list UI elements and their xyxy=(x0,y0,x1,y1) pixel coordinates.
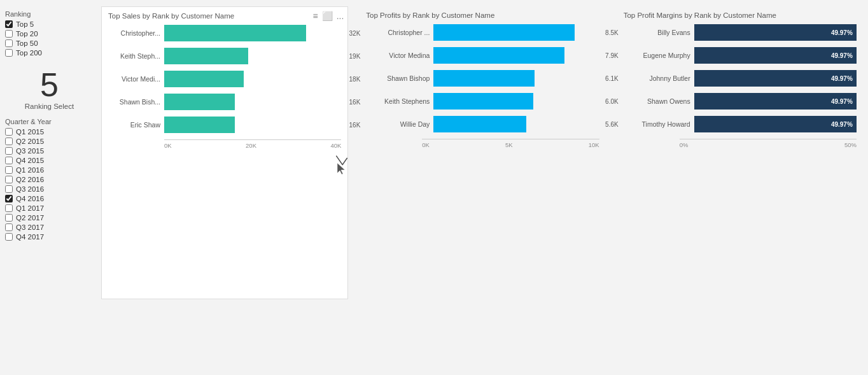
table-row: Timothy Howard49.97% xyxy=(624,116,857,132)
bar-label: Keith Stephens xyxy=(366,97,430,105)
bar-value: 16K xyxy=(349,122,361,129)
quarter-year-filter-label: Q3 2015 xyxy=(16,147,44,155)
quarter-year-filter-item[interactable]: Q2 2016 xyxy=(5,176,94,183)
profits-bar-chart: Christopher ...8.5KVictor Medina7.9KShaw… xyxy=(366,24,599,132)
table-row: Christopher ...8.5K xyxy=(366,24,599,41)
quarter-year-filter-label: Q4 2015 xyxy=(16,157,44,164)
left-panel: Ranking Top 5Top 20Top 50Top 200 5 Ranki… xyxy=(0,0,99,375)
table-row: Billy Evans49.97% xyxy=(624,24,857,41)
quarter-year-filter-item[interactable]: Q3 2015 xyxy=(5,147,94,155)
quarter-year-filter-item[interactable]: Q4 2017 xyxy=(5,233,94,241)
sales-axis-ticks: 0K20K40K xyxy=(164,139,341,149)
quarter-year-filter-item[interactable]: Q2 2015 xyxy=(5,138,94,145)
quarter-year-filter-label: Q4 2017 xyxy=(16,233,44,241)
ranking-select-label: Ranking Select xyxy=(5,103,94,110)
quarter-year-filter-label: Q3 2016 xyxy=(16,185,44,193)
ranking-filter-item[interactable]: Top 200 xyxy=(5,49,94,57)
axis-tick: 10K xyxy=(589,141,599,148)
ranking-filter-item[interactable]: Top 20 xyxy=(5,30,94,38)
table-row: Keith Stephens6.0K xyxy=(366,93,599,110)
quarter-year-filter-label: Q3 2017 xyxy=(16,223,44,231)
quarter-year-filter-item[interactable]: Q3 2017 xyxy=(5,223,94,231)
margins-chart-container: Top Profit Margins by Rank by Customer N… xyxy=(617,6,863,299)
more-icon[interactable]: ... xyxy=(337,11,344,21)
profits-chart-axis: 0K5K10K xyxy=(422,139,599,148)
table-row: Eric Shaw16K xyxy=(108,117,341,133)
quarter-year-title: Quarter & Year xyxy=(5,118,94,125)
margins-bar-chart: Billy Evans49.97%Eugene Murphy49.97%John… xyxy=(624,24,857,132)
bar-label: Victor Medina xyxy=(366,52,430,59)
margins-chart-axis: 0%50% xyxy=(680,139,857,148)
quarter-year-filter-item[interactable]: Q4 2016 xyxy=(5,195,94,202)
bar-label: Christopher... xyxy=(108,29,160,37)
quarter-year-filter-label: Q1 2017 xyxy=(16,204,44,212)
quarter-year-filter-item[interactable]: Q1 2016 xyxy=(5,166,94,174)
ranking-filter-label: Top 200 xyxy=(16,49,42,57)
axis-tick: 0% xyxy=(680,141,689,148)
bar-label: Willie Day xyxy=(366,120,430,128)
quarter-year-filter-item[interactable]: Q1 2017 xyxy=(5,204,94,212)
ranking-filter-label: Top 5 xyxy=(16,20,34,28)
ranking-filter-label: Top 20 xyxy=(16,30,38,38)
bar-value: 49.97% xyxy=(831,98,853,105)
axis-tick: 20K xyxy=(246,142,256,149)
axis-tick: 0K xyxy=(422,141,430,148)
expand-icon[interactable]: ⬜ xyxy=(322,11,333,21)
bar-value: 49.97% xyxy=(831,121,853,128)
bar-value: 18K xyxy=(349,76,361,83)
bar-value: 16K xyxy=(349,99,361,106)
bar-label: Victor Medi... xyxy=(108,75,160,83)
bar-value: 5.6K xyxy=(605,121,619,128)
bar-value: 49.97% xyxy=(831,52,853,59)
margins-chart-title: Top Profit Margins by Rank by Customer N… xyxy=(624,11,857,19)
ranking-filter-title: Ranking xyxy=(5,10,94,18)
ranking-filter-item[interactable]: Top 50 xyxy=(5,39,94,47)
bar-value: 19K xyxy=(349,53,361,60)
bar-value: 8.5K xyxy=(605,29,619,36)
quarter-year-filter-item[interactable]: Q1 2015 xyxy=(5,128,94,136)
axis-tick: 40K xyxy=(330,142,341,149)
bar-value: 32K xyxy=(349,30,361,37)
bar-label: Johnny Butler xyxy=(624,74,690,82)
axis-tick: 50% xyxy=(844,141,857,148)
bar-label: Shawn Bishop xyxy=(366,74,430,82)
table-row: Christopher...32K xyxy=(108,25,341,41)
quarter-year-filter-item[interactable]: Q3 2016 xyxy=(5,185,94,193)
quarter-year-filter-item[interactable]: Q4 2015 xyxy=(5,157,94,164)
quarter-year-filter-label: Q2 2017 xyxy=(16,214,44,222)
ranking-filter-label: Top 50 xyxy=(16,39,38,47)
quarter-year-filter-label: Q1 2015 xyxy=(16,128,44,136)
table-row: Johnny Butler49.97% xyxy=(624,70,857,87)
bar-label: Eric Shaw xyxy=(108,121,160,129)
sales-bar-chart: Christopher...32KKeith Steph...19KVictor… xyxy=(108,25,341,133)
ranking-select-value: 5 xyxy=(5,68,94,101)
sales-chart-title: Top Sales by Rank by Customer Name xyxy=(108,12,341,20)
table-row: Eugene Murphy49.97% xyxy=(624,47,857,64)
profits-axis-ticks: 0K5K10K xyxy=(422,139,599,148)
bar-label: Shawn Bish... xyxy=(108,98,160,106)
bar-label: Billy Evans xyxy=(624,29,690,36)
table-row: Victor Medi...18K xyxy=(108,71,341,87)
quarter-year-filter-label: Q2 2015 xyxy=(16,138,44,145)
bar-label: Shawn Owens xyxy=(624,97,690,105)
bar-label: Timothy Howard xyxy=(624,120,690,128)
axis-tick: 5K xyxy=(505,141,513,148)
bar-value: 49.97% xyxy=(831,75,853,82)
bar-value: 6.1K xyxy=(605,75,619,82)
table-row: Shawn Bish...16K xyxy=(108,94,341,110)
bar-value: 7.9K xyxy=(605,52,619,59)
drag-icon[interactable]: ≡ xyxy=(312,11,318,21)
axis-tick: 0K xyxy=(164,142,172,149)
bar-value: 6.0K xyxy=(605,98,619,105)
bar-label: Eugene Murphy xyxy=(624,52,690,59)
quarter-year-filter-label: Q4 2016 xyxy=(16,195,44,202)
margins-axis-ticks: 0%50% xyxy=(680,139,857,148)
table-row: Willie Day5.6K xyxy=(366,116,599,132)
bar-label: Christopher ... xyxy=(366,29,430,36)
bar-label: Keith Steph... xyxy=(108,52,160,60)
charts-area: ≡ ⬜ ... Top Sales by Rank by Customer Na… xyxy=(99,0,868,375)
table-row: Keith Steph...19K xyxy=(108,48,341,64)
quarter-year-filter-item[interactable]: Q2 2017 xyxy=(5,214,94,222)
table-row: Shawn Bishop6.1K xyxy=(366,70,599,87)
ranking-filter-item[interactable]: Top 5 xyxy=(5,20,94,28)
